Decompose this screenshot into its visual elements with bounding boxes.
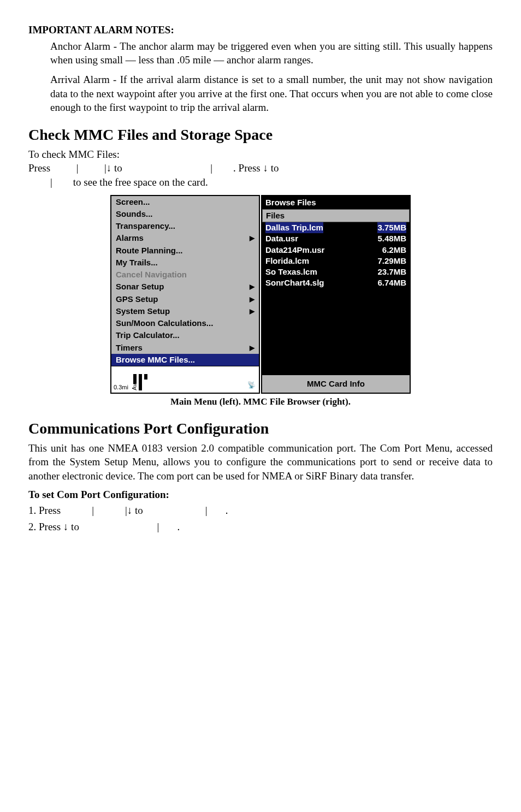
file-name: SonrChart4.slg xyxy=(265,277,324,288)
step-1: 1. Press | |↓ to | . xyxy=(28,503,493,518)
txt: |↓ to xyxy=(104,162,125,174)
menu-item-label: Transparency... xyxy=(116,221,175,232)
txt: | xyxy=(205,505,208,516)
file-size: 5.48MB xyxy=(377,233,406,244)
txt: |↓ to xyxy=(125,505,146,516)
menu-item-label: Trip Calculator... xyxy=(116,330,180,341)
txt: . Press ↓ to xyxy=(233,162,279,174)
check-mmc-line2: | to see the free space on the card. xyxy=(50,175,493,189)
screens-row: Screen...Sounds...Transparency...Alarms▶… xyxy=(28,195,493,394)
browser-title: Browse Files xyxy=(262,196,410,209)
arrival-alarm-para: Arrival Alarm - If the arrival alarm dis… xyxy=(50,73,493,115)
file-name: Data214Pm.usr xyxy=(265,245,324,256)
menu-item-timers[interactable]: Timers▶ xyxy=(111,342,259,354)
txt: 2. Press ↓ to xyxy=(28,521,82,532)
txt: | xyxy=(157,521,159,532)
file-name: Data.usr xyxy=(265,233,298,244)
file-row[interactable]: Dallas Trip.lcm3.75MB xyxy=(265,222,406,233)
steps: 1. Press | |↓ to | . 2. Press ↓ to | . xyxy=(28,503,493,534)
file-size: 7.29MB xyxy=(377,256,406,266)
menu-item-label: GPS Setup xyxy=(116,294,158,305)
important-alarm-heading: IMPORTANT ALARM NOTES: xyxy=(28,23,493,37)
check-mmc-heading: Check MMC Files and Storage Space xyxy=(28,125,493,145)
submenu-arrow-icon: ▶ xyxy=(250,343,254,352)
txt: | xyxy=(92,505,94,516)
menu-item-alarms[interactable]: Alarms▶ xyxy=(111,232,259,244)
check-mmc-line1: Press | |↓ to | . Press ↓ to xyxy=(28,161,493,175)
menu-item-sounds[interactable]: Sounds... xyxy=(111,208,259,220)
menu-item-label: Sonar Setup xyxy=(116,281,164,292)
menu-item-label: Sounds... xyxy=(116,209,153,220)
file-name: Dallas Trip.lcm xyxy=(265,222,323,233)
txt: | xyxy=(50,176,52,188)
file-name: Florida.lcm xyxy=(265,256,309,266)
anchor-alarm-para: Anchor Alarm - The anchor alarm may be t… xyxy=(50,39,493,67)
menu-item-system-setup[interactable]: System Setup▶ xyxy=(111,305,259,317)
submenu-arrow-icon: ▶ xyxy=(250,295,254,304)
menu-item-label: Cancel Navigation xyxy=(116,269,187,280)
file-size: 6.2MB xyxy=(382,245,406,256)
file-size: 23.7MB xyxy=(377,266,406,277)
menu-item-route-planning[interactable]: Route Planning... xyxy=(111,245,259,257)
menu-item-label: Browse MMC Files... xyxy=(116,354,195,365)
txt: | xyxy=(210,162,212,174)
menu-item-my-trails[interactable]: My Trails... xyxy=(111,257,259,269)
submenu-arrow-icon: ▶ xyxy=(250,282,254,291)
menu-item-label: Route Planning... xyxy=(116,245,183,256)
menu-item-screen[interactable]: Screen... xyxy=(111,196,259,208)
sat-icon: 📡 xyxy=(247,381,256,389)
txt: . xyxy=(177,521,180,532)
figure-caption: Main Menu (left). MMC File Browser (righ… xyxy=(28,396,493,408)
file-row[interactable]: SonrChart4.slg6.74MB xyxy=(265,277,406,288)
txt: . xyxy=(226,505,228,516)
menu-item-browse-mmc-files[interactable]: Browse MMC Files... xyxy=(111,354,259,366)
menu-item-transparency[interactable]: Transparency... xyxy=(111,220,259,232)
file-row[interactable]: So Texas.lcm23.7MB xyxy=(265,266,406,277)
mmc-card-info-button[interactable]: MMC Card Info xyxy=(262,374,410,393)
file-size: 6.74MB xyxy=(377,277,406,288)
txt: to see the free space on the card. xyxy=(73,176,208,188)
menu-item-label: System Setup xyxy=(116,306,170,317)
file-row[interactable]: Florida.lcm7.29MB xyxy=(265,256,406,266)
txt: | xyxy=(76,162,79,174)
menu-item-label: Timers xyxy=(116,342,143,353)
txt: 1. Press xyxy=(28,505,63,516)
file-list: Dallas Trip.lcm3.75MBData.usr5.48MBData2… xyxy=(262,222,410,374)
menu-item-label: Alarms xyxy=(116,233,144,244)
submenu-arrow-icon: ▶ xyxy=(250,234,254,242)
menu-item-sonar-setup[interactable]: Sonar Setup▶ xyxy=(111,281,259,293)
file-row[interactable]: Data.usr5.48MB xyxy=(265,233,406,244)
menu-item-label: Screen... xyxy=(116,197,150,208)
file-size: 3.75MB xyxy=(377,222,406,233)
step-2: 2. Press ↓ to | . xyxy=(28,520,493,534)
menu-bottom-bar: 0.3mi Ave 📡 xyxy=(111,366,259,393)
files-header: Files xyxy=(262,209,410,222)
set-comport-sub: To set Com Port Configuration: xyxy=(28,488,493,502)
scale-label: 0.3mi xyxy=(114,383,128,392)
menu-item-gps-setup[interactable]: GPS Setup▶ xyxy=(111,293,259,305)
menu-item-label: Sun/Moon Calculations... xyxy=(116,318,213,329)
file-name: So Texas.lcm xyxy=(265,266,317,277)
main-menu-panel: Screen...Sounds...Transparency...Alarms▶… xyxy=(110,195,260,394)
submenu-arrow-icon: ▶ xyxy=(250,307,254,316)
menu-item-cancel-navigation: Cancel Navigation xyxy=(111,269,259,281)
file-browser-panel: Browse Files Files Dallas Trip.lcm3.75MB… xyxy=(261,195,411,394)
comm-port-heading: Communications Port Configuration xyxy=(28,418,493,439)
comm-port-para: This unit has one NMEA 0183 version 2.0 … xyxy=(28,441,493,483)
txt: Press xyxy=(28,162,53,174)
menu-item-label: My Trails... xyxy=(116,257,158,268)
menu-item-trip-calculator[interactable]: Trip Calculator... xyxy=(111,329,259,341)
file-row[interactable]: Data214Pm.usr6.2MB xyxy=(265,245,406,256)
menu-item-sun-moon-calculations[interactable]: Sun/Moon Calculations... xyxy=(111,317,259,329)
check-mmc-sub: To check MMC Files: xyxy=(28,147,493,162)
